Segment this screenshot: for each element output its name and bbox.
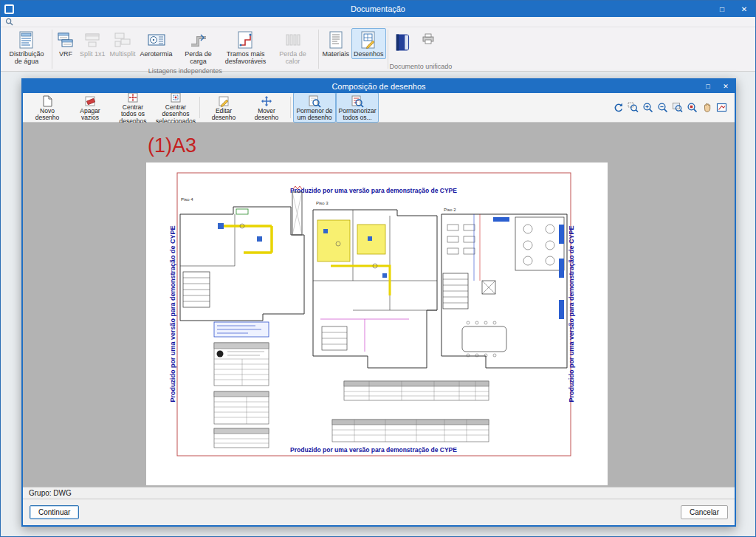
zoom-extents-icon — [672, 102, 683, 113]
search-icon[interactable] — [5, 18, 13, 26]
ribbon-button-label: Perda de carga — [177, 50, 220, 65]
quick-access-bar — [1, 17, 755, 27]
ribbon-button-multisplit[interactable]: Multisplit — [108, 28, 138, 59]
delete-empty-button[interactable]: Apagar vazios — [69, 92, 111, 123]
toolbar-button-label: Editar desenho — [205, 108, 242, 122]
dialog-close-button[interactable]: ✕ — [717, 80, 735, 93]
ribbon-button-label: Multisplit — [110, 50, 136, 58]
dialog-toolbar: Novo desenho Apagar vazios Centrar todos… — [23, 93, 735, 123]
floor-plan-graphic: Produzido por uma versão para demonstraç… — [146, 163, 608, 485]
ribbon-button-perda-carga[interactable]: Perda de carga — [175, 28, 222, 66]
svg-text:Piso 3: Piso 3 — [316, 201, 329, 205]
toolbar-button-label: Centrar todos os desenhos — [114, 104, 151, 125]
app-title: Documentação — [1, 4, 755, 13]
move-drawing-button[interactable]: Mover desenho — [245, 92, 288, 123]
zoom-previous-button[interactable] — [612, 101, 625, 114]
printer-icon — [422, 32, 435, 45]
ribbon-button-label: Split 1x1 — [80, 50, 106, 58]
pressure-loss-icon — [189, 30, 208, 49]
ribbon-button-tramos[interactable]: Tramos mais desfavoráveis — [222, 28, 269, 66]
center-all-drawings-button[interactable]: Centrar todos os desenhos — [111, 89, 154, 126]
toolbar-button-label: Centrar desenhos seleccionados — [156, 104, 196, 125]
redraw-icon — [716, 102, 727, 113]
toolbar-separator — [290, 97, 291, 118]
move-arrows-icon — [260, 95, 273, 108]
zoom-out-button[interactable] — [656, 101, 669, 114]
ribbon-button-desenhos[interactable]: Desenhos — [351, 28, 386, 59]
ribbon-button-label: Distribuição de água — [5, 50, 48, 65]
toolbar-button-label: Novo desenho — [29, 108, 66, 122]
toolbar-button-label: Pormenor de um desenho — [296, 108, 333, 122]
app-icon — [4, 4, 14, 14]
ribbon-button-materiais[interactable]: Materiais — [320, 28, 352, 59]
svg-text:Produzido por uma versão para: Produzido por uma versão para demonstraç… — [290, 187, 457, 194]
zoom-selection-icon — [687, 102, 698, 113]
zoom-window-button[interactable] — [627, 101, 639, 114]
detail-all-drawings-button[interactable]: Pormenorizar todos os... — [336, 92, 379, 123]
zoom-window-icon — [628, 102, 639, 113]
toolbar-button-label: Pormenorizar todos os... — [338, 108, 376, 122]
ribbon-group-label-listagens: Listagens independentes — [54, 66, 317, 75]
composition-canvas[interactable]: (1)A3 Produzido por uma versão para demo… — [23, 123, 735, 487]
ribbon-button-documento-unificado[interactable] — [390, 28, 416, 56]
ribbon-group-saida: Materiais Desenhos — [320, 27, 386, 71]
new-drawing-button[interactable]: Novo desenho — [26, 92, 69, 123]
app-titlebar: Documentação □ ✕ — [1, 1, 755, 17]
ribbon-button-label: Materiais — [323, 50, 350, 58]
unfavorable-paths-icon — [236, 30, 255, 49]
close-button[interactable]: ✕ — [733, 1, 755, 17]
ribbon-button-label: Tramos mais desfavoráveis — [224, 50, 267, 65]
edit-pencil-icon — [217, 95, 230, 108]
ribbon-button-perda-calor[interactable]: Perda de calor — [269, 28, 317, 66]
svg-text:Produzido por uma versão para: Produzido por uma versão para demonstraç… — [169, 225, 176, 402]
unified-document-book-icon — [392, 32, 414, 54]
ribbon-button-imprimir[interactable] — [416, 28, 440, 47]
maximize-button[interactable]: □ — [711, 1, 733, 17]
drawing-sheet[interactable]: Produzido por uma versão para demonstraç… — [146, 163, 608, 485]
cancel-button[interactable]: Cancelar — [681, 505, 728, 519]
ribbon-button-label: Desenhos — [354, 50, 384, 58]
edit-drawing-button[interactable]: Editar desenho — [202, 92, 245, 123]
ribbon-separator — [52, 30, 52, 69]
zoom-out-icon — [657, 102, 668, 113]
group-status-text: Grupo: DWG — [29, 489, 72, 497]
water-distribution-icon — [17, 30, 36, 49]
dialog-composicao-desenhos: Composição de desenhos □ ✕ Novo desenho … — [21, 78, 736, 527]
svg-text:Piso 4: Piso 4 — [181, 197, 193, 202]
dialog-maximize-button[interactable]: □ — [699, 80, 717, 93]
svg-text:Produzido por uma versão para: Produzido por uma versão para demonstraç… — [568, 225, 575, 402]
continue-button[interactable]: Continuar — [30, 505, 79, 519]
materials-icon — [326, 30, 346, 49]
ribbon-button-label: Aerotermia — [140, 50, 173, 58]
zoom-in-button[interactable] — [642, 101, 654, 114]
zoom-in-icon — [642, 102, 653, 113]
pan-button[interactable] — [701, 101, 713, 114]
eraser-icon — [83, 95, 97, 108]
detail-all-magnifier-icon — [351, 95, 364, 108]
zoom-extents-button[interactable] — [671, 101, 684, 114]
pan-hand-icon — [701, 102, 712, 113]
dialog-titlebar: Composição de desenhos □ ✕ — [23, 80, 735, 93]
ribbon-group-listagens: VRF Split 1x1 Multisplit — [54, 27, 317, 71]
ribbon-button-aerotermia[interactable]: Aerotermia — [138, 28, 175, 59]
toolbar-button-label: Mover desenho — [248, 108, 285, 122]
ribbon-button-distribuicao-agua[interactable]: Distribuição de água — [3, 28, 50, 66]
toolbar-button-label: Apagar vazios — [72, 108, 109, 122]
ribbon-button-split-1x1[interactable]: Split 1x1 — [78, 28, 108, 59]
dialog-footer: Continuar Cancelar — [23, 499, 735, 525]
app-window: Documentação □ ✕ Distribuiçã — [0, 0, 756, 537]
ribbon-group-label-documento: Documento unificado — [390, 62, 453, 71]
toolbar-separator — [199, 97, 200, 118]
ribbon-group-agua: Distribuição de água — [3, 27, 50, 71]
detail-one-drawing-button[interactable]: Pormenor de um desenho — [293, 92, 336, 123]
zoom-toolbar — [612, 101, 728, 114]
ribbon-button-label: VRF — [59, 50, 72, 58]
drawings-icon — [359, 30, 378, 49]
zoom-selection-button[interactable] — [686, 101, 698, 114]
center-selected-drawings-button[interactable]: Centrar desenhos seleccionados — [154, 89, 197, 126]
ribbon-button-vrf[interactable]: VRF — [54, 28, 78, 59]
ribbon-separator — [388, 30, 388, 69]
redraw-button[interactable] — [715, 101, 728, 114]
dialog-statusbar: Grupo: DWG — [23, 487, 735, 499]
heat-loss-icon — [284, 30, 303, 49]
